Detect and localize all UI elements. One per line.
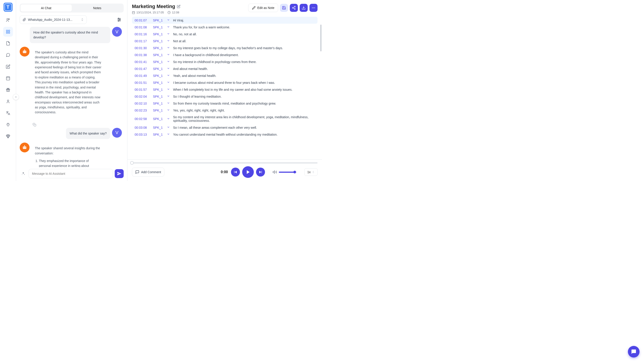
chevron-down-icon[interactable] [167, 32, 170, 36]
download-button[interactable] [300, 4, 308, 12]
more-button[interactable] [310, 4, 318, 12]
add-comment-button[interactable]: Add Comment [132, 168, 164, 177]
chevron-down-icon[interactable] [167, 39, 170, 43]
nav-translate-icon[interactable] [3, 108, 13, 118]
transcript-speaker[interactable]: SPK_1 [153, 109, 164, 112]
transcript-time[interactable]: 00:02:23 [134, 109, 150, 112]
transcript-speaker[interactable]: SPK_1 [153, 74, 164, 77]
chevron-down-icon[interactable] [167, 53, 170, 57]
transcript-time[interactable]: 00:01:38 [134, 53, 150, 57]
transcript-row[interactable]: 00:01:16SPK_1No, no, not at all. [132, 31, 318, 37]
transcript-row[interactable]: 00:01:57SPK_1When I felt completely lost… [132, 86, 318, 93]
transcript-row[interactable]: 00:03:08SPK_1So I mean, all these areas … [132, 124, 318, 131]
chevron-down-icon[interactable] [167, 126, 170, 129]
transcript-speaker[interactable]: SPK_1 [153, 102, 164, 105]
transcript-time[interactable]: 00:01:51 [134, 81, 150, 84]
chevron-down-icon[interactable] [167, 117, 170, 121]
audio-file-dropdown[interactable]: WhatsApp_Audio_2024-11-13... [20, 15, 87, 24]
transcript-time[interactable]: 00:02:04 [134, 95, 150, 98]
transcript-time[interactable]: 00:01:08 [134, 25, 150, 29]
transcript-row[interactable]: 00:01:38SPK_1I have a background in chil… [132, 51, 318, 58]
transcript-row[interactable]: 00:01:49SPK_1Yeah, and about mental heal… [132, 72, 318, 79]
volume-slider[interactable] [279, 172, 297, 173]
chevron-down-icon[interactable] [167, 74, 170, 77]
transcript-speaker[interactable]: SPK_1 [153, 39, 164, 43]
transcript-speaker[interactable]: SPK_1 [153, 67, 164, 71]
transcript-time[interactable]: 00:01:57 [134, 88, 150, 91]
transcript-speaker[interactable]: SPK_1 [153, 25, 164, 29]
transcript-speaker[interactable]: SPK_1 [153, 117, 164, 121]
expand-sidebar-button[interactable] [13, 94, 19, 100]
nav-people-icon[interactable] [3, 15, 13, 25]
transcript-speaker[interactable]: SPK_1 [153, 32, 164, 36]
next-button[interactable] [256, 168, 265, 177]
nav-gift-icon[interactable] [3, 85, 13, 95]
chevron-down-icon[interactable] [167, 67, 170, 71]
nav-diamond-icon[interactable] [3, 131, 13, 141]
transcript-row[interactable]: 00:03:13SPK_1You cannot understand menta… [132, 131, 318, 138]
message-input[interactable] [28, 169, 113, 178]
transcript-time[interactable]: 00:01:07 [134, 18, 150, 22]
chevron-down-icon[interactable] [167, 81, 170, 84]
share-button[interactable] [290, 4, 298, 12]
transcript-row[interactable]: 00:02:04SPK_1So I thought of learning me… [132, 93, 318, 100]
save-button[interactable] [280, 4, 288, 12]
transcript-row[interactable]: 00:01:07SPK_1Hi Viraj. [132, 17, 318, 24]
transcript-time[interactable]: 00:03:13 [134, 133, 150, 136]
transcript-row[interactable]: 00:02:58SPK_1So my content and my intere… [132, 114, 318, 124]
transcript-speaker[interactable]: SPK_1 [153, 126, 164, 129]
app-logo[interactable]: T [4, 3, 12, 12]
transcript-time[interactable]: 00:01:16 [134, 32, 150, 36]
play-button[interactable] [242, 166, 254, 178]
nav-chat-icon[interactable] [3, 50, 13, 60]
tab-notes[interactable]: Notes [72, 4, 123, 12]
chevron-down-icon[interactable] [167, 46, 170, 50]
chevron-down-icon[interactable] [167, 132, 170, 136]
transcript-speaker[interactable]: SPK_1 [153, 133, 164, 136]
progress-bar[interactable] [132, 162, 318, 164]
send-button[interactable] [115, 169, 124, 178]
transcript-speaker[interactable]: SPK_1 [153, 18, 164, 22]
transcript-speaker[interactable]: SPK_1 [153, 88, 164, 91]
scrollbar[interactable] [320, 24, 322, 51]
tab-ai-chat[interactable]: AI Chat [20, 4, 72, 12]
transcript-time[interactable]: 00:03:08 [134, 126, 150, 129]
transcript-time[interactable]: 00:01:17 [134, 39, 150, 43]
transcript-speaker[interactable]: SPK_1 [153, 81, 164, 84]
transcript-time[interactable]: 00:01:47 [134, 67, 150, 71]
transcript-time[interactable]: 00:02:10 [134, 102, 150, 105]
transcript-time[interactable]: 00:02:58 [134, 117, 150, 121]
chevron-down-icon[interactable] [167, 60, 170, 64]
chevron-down-icon[interactable] [167, 94, 170, 98]
transcript-speaker[interactable]: SPK_1 [153, 95, 164, 98]
volume-icon[interactable] [272, 170, 277, 174]
transcript-row[interactable]: 00:02:23SPK_1Yes, yes, right, right, rig… [132, 107, 318, 114]
speed-dropdown[interactable]: 1x [304, 168, 318, 176]
nav-edit-icon[interactable] [3, 62, 13, 71]
transcript-time[interactable]: 00:01:41 [134, 60, 150, 64]
nav-user-icon[interactable] [3, 96, 13, 106]
chevron-down-icon[interactable] [167, 101, 170, 105]
transcript-row[interactable]: 00:01:08SPK_1Thank you for, for such a w… [132, 24, 318, 31]
transcript-row[interactable]: 00:02:10SPK_1So from there my curiosity … [132, 100, 318, 107]
nav-dashboard-icon[interactable] [3, 27, 13, 37]
chevron-down-icon[interactable] [167, 108, 170, 112]
transcript-row[interactable]: 00:01:51SPK_1I became curious about mind… [132, 79, 318, 86]
transcript-speaker[interactable]: SPK_1 [153, 53, 164, 57]
prev-button[interactable] [231, 168, 240, 177]
filter-settings-button[interactable] [115, 15, 124, 24]
progress-handle[interactable] [130, 161, 134, 165]
transcript-speaker[interactable]: SPK_1 [153, 46, 164, 50]
edit-as-note-button[interactable]: Edit as Note [248, 3, 278, 12]
transcript-time[interactable]: 00:01:49 [134, 74, 150, 77]
transcript-row[interactable]: 00:01:47SPK_1And about mental health. [132, 65, 318, 72]
copy-button[interactable] [31, 122, 38, 128]
transcript-row[interactable]: 00:01:30SPK_1So my interest goes back to… [132, 44, 318, 51]
transcript-row[interactable]: 00:01:17SPK_1Not at all. [132, 37, 318, 44]
nav-document-icon[interactable] [3, 38, 13, 48]
transcript-row[interactable]: 00:01:41SPK_1So my interest in childhood… [132, 58, 318, 65]
transcript-speaker[interactable]: SPK_1 [153, 60, 164, 64]
chevron-down-icon[interactable] [167, 18, 170, 22]
chevron-down-icon[interactable] [167, 88, 170, 91]
edit-title-icon[interactable] [177, 5, 180, 8]
